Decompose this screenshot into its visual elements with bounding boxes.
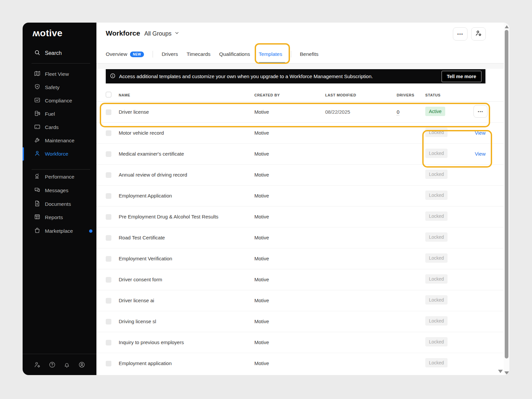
table-row[interactable]: Medical examiner's certificate Motive Lo… <box>96 144 504 165</box>
row-checkbox[interactable] <box>106 277 111 283</box>
sidebar-item-compliance[interactable]: Compliance <box>23 94 96 107</box>
sidebar-item-label: Maintenance <box>45 138 74 144</box>
group-filter-dropdown[interactable]: All Groups <box>144 30 180 37</box>
tab-divider <box>291 51 291 58</box>
tab-label: Qualifications <box>219 51 250 57</box>
sidebar-item-workforce[interactable]: Workforce <box>23 147 96 161</box>
last-modified: 08/22/2025 <box>325 109 350 115</box>
table-row[interactable]: Driver consent form Motive Locked ... <box>96 269 504 290</box>
row-checkbox[interactable] <box>106 172 111 178</box>
row-checkbox[interactable] <box>106 109 111 115</box>
sidebar-item-label: Workforce <box>45 151 68 157</box>
wrench-icon <box>34 137 41 145</box>
tab-bar: Overview NEW Drivers Timecards Qualifica… <box>106 49 319 59</box>
template-name: Employment application <box>119 360 172 366</box>
sidebar-item-search[interactable]: Search <box>23 47 96 60</box>
row-checkbox[interactable] <box>106 130 111 136</box>
bell-icon[interactable] <box>63 361 70 368</box>
sidebar-divider <box>32 63 90 64</box>
table-row[interactable]: Annual review of driving record Motive L… <box>96 165 504 186</box>
table-row[interactable]: Road Test Certificate Motive Locked ... <box>96 227 504 248</box>
table-row[interactable]: Driver license ai Motive Locked ... <box>96 290 504 311</box>
table-row[interactable]: Inquiry to previous employers Motive Loc… <box>96 332 504 353</box>
column-header-last-modified: LAST MODIFIED <box>325 93 356 97</box>
active-indicator-bar <box>23 147 24 161</box>
help-icon[interactable] <box>49 361 56 368</box>
sidebar-item-maintenance[interactable]: Maintenance <box>23 134 96 147</box>
tab-drivers[interactable]: Drivers <box>162 51 178 57</box>
tab-timecards[interactable]: Timecards <box>187 51 210 57</box>
sidebar-item-marketplace[interactable]: Marketplace <box>23 224 96 238</box>
status-badge: Locked <box>425 232 448 242</box>
tab-label: Timecards <box>187 51 210 57</box>
tab-benefits[interactable]: Benefits <box>300 51 319 57</box>
banner-text: Access additional templates and customiz… <box>119 73 373 79</box>
sidebar-item-messages[interactable]: Messages <box>23 184 96 197</box>
row-checkbox[interactable] <box>106 319 111 325</box>
table-row[interactable]: Motor vehicle record Motive Locked View … <box>96 123 504 144</box>
select-all-checkbox[interactable] <box>106 92 111 97</box>
status-badge: Locked <box>425 128 448 137</box>
sidebar-item-label: Search <box>45 50 62 56</box>
view-link[interactable]: View <box>475 130 485 136</box>
table-row[interactable]: Driving license sl Motive Locked ... <box>96 311 504 332</box>
table-row[interactable]: Employment application Motive Locked ... <box>96 353 504 368</box>
map-icon <box>34 70 41 78</box>
table-row[interactable]: Driver license Motive 08/22/2025 0 Activ… <box>96 102 504 123</box>
sidebar-item-fuel[interactable]: Fuel <box>23 107 96 121</box>
report-icon <box>34 213 41 221</box>
template-name: Medical examiner's certificate <box>119 151 184 157</box>
created-by: Motive <box>254 360 269 366</box>
scroll-up-arrow-icon[interactable] <box>505 25 509 28</box>
sidebar-item-safety[interactable]: Safety <box>23 81 96 94</box>
column-header-drivers: DRIVERS <box>397 93 414 97</box>
tab-qualifications[interactable]: Qualifications <box>219 51 250 57</box>
scroll-down-arrow-icon[interactable] <box>504 371 509 375</box>
sidebar-item-documents[interactable]: Documents <box>23 198 96 211</box>
tab-divider <box>153 51 153 58</box>
info-icon <box>110 73 116 80</box>
table-row[interactable]: Pre Employment Drug & Alcohol Test Resul… <box>96 206 504 227</box>
view-link[interactable]: View <box>475 151 485 157</box>
template-name: Employment Verification <box>119 256 172 261</box>
app-window: ʍotive Search Fleet View Safety Complian… <box>23 23 509 375</box>
scrollbar-thumb[interactable] <box>505 30 508 358</box>
row-checkbox[interactable] <box>106 214 111 220</box>
sidebar-item-label: Compliance <box>45 98 72 104</box>
sidebar-item-performance[interactable]: Performance <box>23 170 96 184</box>
row-checkbox[interactable] <box>106 151 111 157</box>
status-badge: Active <box>425 107 445 116</box>
status-badge: Locked <box>425 295 448 305</box>
account-icon[interactable] <box>78 361 85 368</box>
row-menu-button[interactable]: ... <box>473 105 487 118</box>
search-icon <box>34 49 41 57</box>
notification-dot <box>89 229 92 233</box>
created-by: Motive <box>254 256 269 261</box>
template-name: Driver consent form <box>119 277 162 282</box>
table-row[interactable]: Employment Application Motive Locked ... <box>96 186 504 206</box>
sidebar-item-label: Performance <box>45 174 74 180</box>
shield-icon <box>34 83 41 91</box>
created-by: Motive <box>254 339 269 345</box>
tab-templates[interactable]: Templates <box>259 51 282 57</box>
row-checkbox[interactable] <box>106 235 111 241</box>
row-checkbox[interactable] <box>106 340 111 345</box>
row-checkbox[interactable] <box>106 193 111 199</box>
sidebar-item-fleet-view[interactable]: Fleet View <box>23 67 96 81</box>
user-settings-button[interactable] <box>471 27 486 41</box>
row-checkbox[interactable] <box>106 361 111 366</box>
table-row[interactable]: Employment Verification Motive Locked ..… <box>96 248 504 269</box>
template-name: Driver license <box>119 109 149 115</box>
table-header: NAME CREATED BY LAST MODIFIED DRIVERS ST… <box>96 90 504 101</box>
drivers-count[interactable]: 0 <box>397 109 399 115</box>
user-settings-icon[interactable] <box>34 361 41 368</box>
row-checkbox[interactable] <box>106 256 111 262</box>
template-name: Inquiry to previous employers <box>119 339 184 345</box>
row-checkbox[interactable] <box>106 298 111 304</box>
tell-me-more-button[interactable]: Tell me more <box>442 71 481 82</box>
more-actions-button[interactable]: ... <box>453 27 467 41</box>
sidebar-item-reports[interactable]: Reports <box>23 211 96 224</box>
scroll-down-arrow-icon[interactable] <box>498 370 503 373</box>
tab-overview[interactable]: Overview NEW <box>106 51 144 57</box>
sidebar-item-cards[interactable]: Cards <box>23 121 96 134</box>
